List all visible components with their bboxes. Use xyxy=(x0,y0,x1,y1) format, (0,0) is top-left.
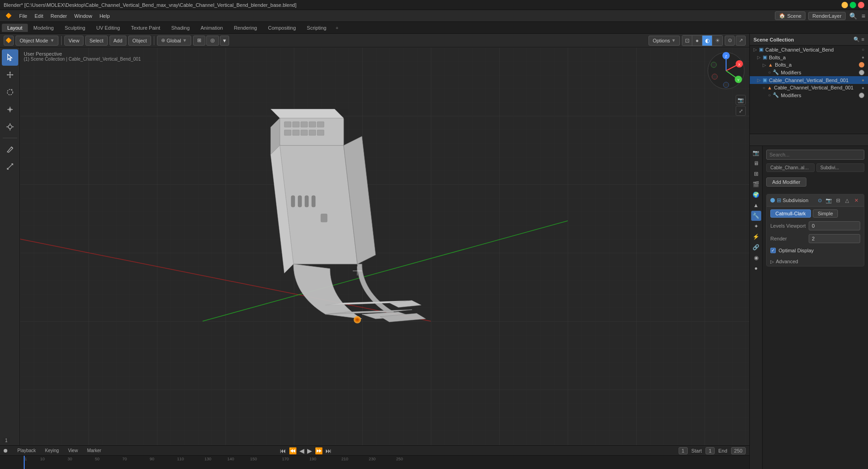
jump-start-button[interactable]: ⏮ xyxy=(279,447,287,454)
eye-icon-1[interactable]: ○ xyxy=(862,47,864,52)
menu-blender[interactable]: 🔶 xyxy=(2,12,16,20)
outliner-item-cable-channel-001[interactable]: ▷ ▣ Cable_Channel_Vertical_Bend_001 ● xyxy=(750,76,868,84)
play-back-button[interactable]: ◀ xyxy=(298,447,305,454)
object-data-props-button[interactable]: ◉ xyxy=(751,253,761,263)
outliner-item-modifiers-1[interactable]: ○ 🔧 Modifiers xyxy=(750,68,868,76)
outliner-item-modifiers-2[interactable]: ○ 🔧 Modifiers xyxy=(750,91,868,99)
search-button[interactable]: 🔍 xyxy=(848,11,858,21)
play-forward-button[interactable]: ▶ xyxy=(306,447,313,454)
jump-prev-keyframe-button[interactable]: ⏪ xyxy=(288,447,298,454)
material-preview-button[interactable]: ◐ xyxy=(702,36,712,46)
physics-props-button[interactable]: ⚡ xyxy=(751,232,761,242)
catmull-clark-button[interactable]: Catmull-Clark xyxy=(770,209,811,218)
current-frame-input[interactable]: 1 xyxy=(679,447,688,454)
options-button[interactable]: Options ▼ xyxy=(648,36,680,46)
eye-icon-4[interactable]: ● xyxy=(862,85,864,90)
menu-edit[interactable]: Edit xyxy=(31,12,47,20)
world-props-button[interactable]: 🌍 xyxy=(751,190,761,200)
menu-help[interactable]: Help xyxy=(96,12,114,20)
tab-sculpting[interactable]: Sculpting xyxy=(59,24,91,32)
material-props-button[interactable]: ● xyxy=(751,263,761,273)
scene-selector[interactable]: 🏠 🏠 Scene xyxy=(775,11,805,20)
keying-menu-button[interactable]: Keying xyxy=(42,448,62,453)
rotate-tool-button[interactable] xyxy=(2,84,18,100)
mod-realtime-button[interactable]: ⊙ xyxy=(816,196,824,204)
cursor-tool-button[interactable] xyxy=(2,49,18,66)
render-value[interactable]: 2 xyxy=(809,234,860,243)
menu-window[interactable]: Window xyxy=(71,12,96,20)
zoom-extents-button[interactable]: ⤢ xyxy=(736,106,746,116)
menu-file[interactable]: File xyxy=(16,12,31,20)
tab-compositing[interactable]: Compositing xyxy=(262,24,301,32)
select-menu-button[interactable]: Select xyxy=(85,36,108,46)
render-layer-selector[interactable]: RenderLayer xyxy=(808,12,846,20)
move-tool-button[interactable] xyxy=(2,67,18,83)
view-menu-button[interactable]: View xyxy=(64,36,84,46)
jump-end-button[interactable]: ⏭ xyxy=(324,447,333,454)
view-menu-timeline-button[interactable]: View xyxy=(65,448,81,453)
tab-layout[interactable]: Layout xyxy=(2,24,28,32)
simple-button[interactable]: Simple xyxy=(813,209,838,218)
tab-rendering[interactable]: Rendering xyxy=(228,24,262,32)
mod-render-button[interactable]: 📷 xyxy=(825,196,833,204)
props-search-input[interactable] xyxy=(766,150,864,160)
eye-icon-2[interactable]: ● xyxy=(862,55,864,60)
tab-uv-editing[interactable]: UV Editing xyxy=(91,24,125,32)
add-workspace-button[interactable]: + xyxy=(332,24,342,32)
filter-button[interactable]: ≡ xyxy=(861,11,866,21)
navigation-gizmo[interactable]: Z X Y xyxy=(706,51,746,90)
tab-modeling[interactable]: Modeling xyxy=(28,24,59,32)
mod-cage-button[interactable]: △ xyxy=(843,196,851,204)
3d-viewport[interactable]: User Perspective (1) Scene Collection | … xyxy=(20,47,749,445)
measure-tool-button[interactable] xyxy=(2,158,18,175)
rendered-shading-button[interactable]: ☀ xyxy=(712,36,722,46)
mode-selector[interactable]: Object Mode ▼ xyxy=(16,36,58,46)
end-frame-input[interactable]: 250 xyxy=(731,447,746,454)
snap-button[interactable]: ⊞ xyxy=(193,36,205,46)
solid-shading-button[interactable]: ● xyxy=(692,36,702,46)
minimize-button[interactable] xyxy=(842,2,848,8)
optimal-display-checkbox[interactable]: ✓ xyxy=(770,248,776,253)
tab-texture-paint[interactable]: Texture Paint xyxy=(125,24,166,32)
playback-menu-button[interactable]: Playback xyxy=(15,448,39,453)
scene-props-button[interactable]: 🎬 xyxy=(751,179,761,189)
maximize-button[interactable] xyxy=(850,2,856,8)
overlay-button[interactable]: ⊙ xyxy=(725,36,735,46)
object-menu-button[interactable]: Object xyxy=(128,36,151,46)
outliner-item-bolts-a[interactable]: ▷ ▣ Bolts_a ● xyxy=(750,53,868,61)
start-frame-input[interactable]: 1 xyxy=(706,447,715,454)
window-controls[interactable] xyxy=(842,2,864,8)
camera-view-button[interactable]: 📷 xyxy=(736,95,746,105)
tab-scripting[interactable]: Scripting xyxy=(301,24,332,32)
transform-tool-button[interactable] xyxy=(2,119,18,135)
add-modifier-button[interactable]: Add Modifier xyxy=(766,177,806,187)
outliner-search-button[interactable]: 🔍 xyxy=(853,36,860,42)
particle-props-button[interactable]: ✦ xyxy=(751,221,761,231)
marker-menu-button[interactable]: Marker xyxy=(84,448,104,453)
output-props-button[interactable]: 🖥 xyxy=(751,158,761,168)
constraint-props-button[interactable]: 🔗 xyxy=(751,242,761,252)
tab-animation[interactable]: Animation xyxy=(195,24,229,32)
proportional-edit-button[interactable]: ◎ xyxy=(206,36,219,46)
outliner-filter-button[interactable]: ≡ xyxy=(862,36,864,42)
annotate-tool-button[interactable] xyxy=(2,141,18,157)
outliner-item-bolts-a-obj[interactable]: ▷ ▲ Bolts_a xyxy=(750,61,868,68)
levels-viewport-value[interactable]: 0 xyxy=(809,221,860,230)
jump-next-keyframe-button[interactable]: ⏩ xyxy=(314,447,324,454)
timeline-body[interactable]: 1 10 30 50 70 90 110 130 140 150 170 190… xyxy=(0,456,749,469)
eye-icon-3[interactable]: ● xyxy=(862,78,864,83)
advanced-row[interactable]: ▷ Advanced xyxy=(767,257,864,266)
render-props-button[interactable]: 📷 xyxy=(751,148,761,158)
scale-tool-button[interactable] xyxy=(2,101,18,118)
blender-menu-button[interactable]: 🔶 xyxy=(4,36,14,46)
outliner-item-cable-channel-001-obj[interactable]: ○ ▲ Cable_Channel_Vertical_Bend_001 ● xyxy=(750,84,868,91)
modifier-props-button[interactable]: 🔧 xyxy=(751,211,761,221)
gizmo-button[interactable]: ↗ xyxy=(736,36,746,46)
menu-render[interactable]: Render xyxy=(47,12,71,20)
close-button[interactable] xyxy=(858,2,864,8)
object-props-button[interactable]: ▲ xyxy=(751,200,761,210)
transform-orientation-selector[interactable]: ⊕ Global ▼ xyxy=(157,36,191,46)
view-layer-props-button[interactable]: ⊞ xyxy=(751,169,761,179)
tab-shading[interactable]: Shading xyxy=(166,24,195,32)
wireframe-shading-button[interactable]: ⊡ xyxy=(682,36,692,46)
